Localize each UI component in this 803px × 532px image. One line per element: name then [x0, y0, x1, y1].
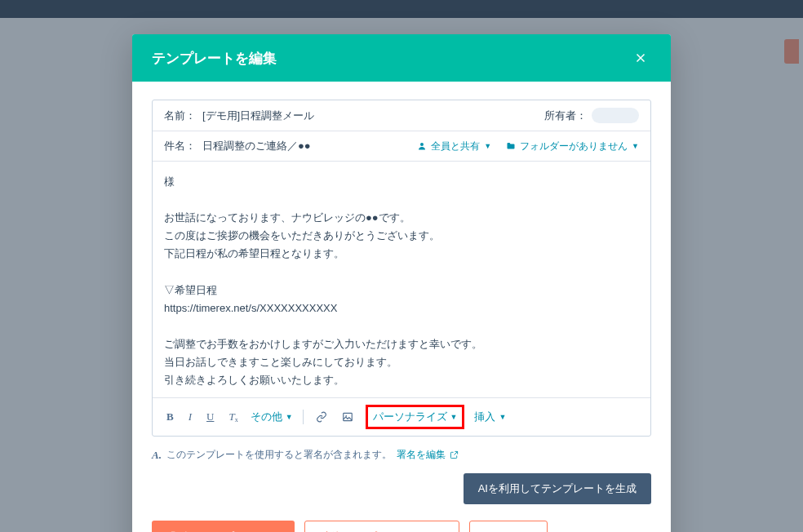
- share-dropdown[interactable]: 全員と共有 ▼: [417, 140, 491, 153]
- caret-down-icon: ▼: [450, 413, 458, 421]
- other-dropdown[interactable]: その他 ▼: [251, 410, 293, 424]
- folder-dropdown[interactable]: フォルダーがありません ▼: [506, 140, 639, 153]
- signature-icon: A.: [152, 449, 162, 462]
- name-label: 名前：: [164, 109, 196, 123]
- signature-notice: A. このテンプレートを使用すると署名が含まれます。 署名を編集: [152, 448, 651, 462]
- user-icon: [417, 141, 427, 151]
- modal-overlay: テンプレートを編集 名前： [デモ用]日程調整メール 所有者： ___ 件名： …: [0, 0, 803, 532]
- cancel-button[interactable]: キャンセル: [469, 521, 548, 532]
- body-line: お世話になっております、ナウビレッジの●●です。: [164, 209, 639, 227]
- italic-button[interactable]: I: [186, 409, 194, 425]
- svg-point-0: [420, 143, 424, 146]
- modal-body: 名前： [デモ用]日程調整メール 所有者： ___ 件名： 日程調整のご連絡／●…: [132, 82, 671, 532]
- close-icon: [633, 51, 648, 65]
- close-button[interactable]: [630, 47, 651, 69]
- personalize-highlight: パーソナライズ ▼: [366, 405, 465, 429]
- folder-icon: [506, 141, 516, 151]
- owner-section: 所有者： ___: [544, 108, 639, 123]
- body-line: 下記日程が私の希望日程となります。: [164, 245, 639, 263]
- bold-button[interactable]: B: [164, 409, 176, 425]
- underline-button[interactable]: U: [204, 409, 216, 425]
- email-body-editor[interactable]: 様 お世話になっております、ナウビレッジの●●です。 この度はご挨拶の機会をいた…: [153, 162, 650, 397]
- body-line: ▽希望日程: [164, 282, 639, 299]
- edit-signature-link[interactable]: 署名を編集: [397, 448, 459, 462]
- ai-generate-button[interactable]: AIを利用してテンプレートを生成: [464, 473, 651, 504]
- update-template-button[interactable]: 既存のテンプレートを更新: [152, 521, 295, 532]
- modal-footer: 既存のテンプレートを更新 新規テンプレートとして保存 キャンセル 2 コンテンツ…: [152, 521, 651, 532]
- caret-down-icon: ▼: [286, 413, 293, 421]
- save-new-template-button[interactable]: 新規テンプレートとして保存: [304, 521, 459, 532]
- body-line: 様: [164, 173, 639, 191]
- caret-down-icon: ▼: [499, 413, 506, 421]
- caret-down-icon: ▼: [632, 142, 639, 150]
- subject-label: 件名：: [164, 139, 196, 153]
- image-button[interactable]: [339, 410, 356, 424]
- body-line: ご調整でお手数をおかけしますがご入力いただけますと幸いです。: [164, 335, 639, 353]
- subject-row: 件名： 日程調整のご連絡／●● 全員と共有 ▼ フォルダーがありません ▼: [153, 131, 650, 162]
- owner-label: 所有者：: [544, 109, 587, 123]
- subject-input[interactable]: 日程調整のご連絡／●●: [202, 139, 417, 153]
- link-icon: [316, 411, 327, 423]
- toolbar-separator: [303, 410, 304, 424]
- modal-title: テンプレートを編集: [152, 49, 277, 68]
- clear-format-button[interactable]: T: [226, 409, 240, 425]
- signature-text: このテンプレートを使用すると署名が含まれます。: [166, 448, 392, 462]
- name-row: 名前： [デモ用]日程調整メール 所有者： ___: [153, 100, 650, 131]
- image-icon: [342, 411, 353, 423]
- insert-dropdown[interactable]: 挿入 ▼: [474, 410, 506, 424]
- modal-header: テンプレートを編集: [132, 34, 671, 82]
- link-button[interactable]: [313, 410, 330, 424]
- body-line: https://timerex.net/s/XXXXXXXXXXX: [164, 299, 639, 317]
- body-line: 当日お話しできますこと楽しみにしております。: [164, 353, 639, 371]
- name-input[interactable]: [デモ用]日程調整メール: [202, 109, 544, 123]
- edit-template-modal: テンプレートを編集 名前： [デモ用]日程調整メール 所有者： ___ 件名： …: [132, 34, 671, 532]
- editor-toolbar: B I U T その他 ▼: [153, 397, 650, 436]
- external-link-icon: [450, 450, 459, 459]
- owner-value[interactable]: ___: [592, 108, 639, 123]
- ai-button-row: AIを利用してテンプレートを生成: [152, 473, 651, 504]
- form-container: 名前： [デモ用]日程調整メール 所有者： ___ 件名： 日程調整のご連絡／●…: [152, 100, 651, 437]
- personalize-dropdown[interactable]: パーソナライズ ▼: [373, 410, 458, 424]
- caret-down-icon: ▼: [484, 142, 491, 150]
- body-line: 引き続きよろしくお願いいたします。: [164, 371, 639, 389]
- body-line: この度はご挨拶の機会をいただきありがとうございます。: [164, 227, 639, 245]
